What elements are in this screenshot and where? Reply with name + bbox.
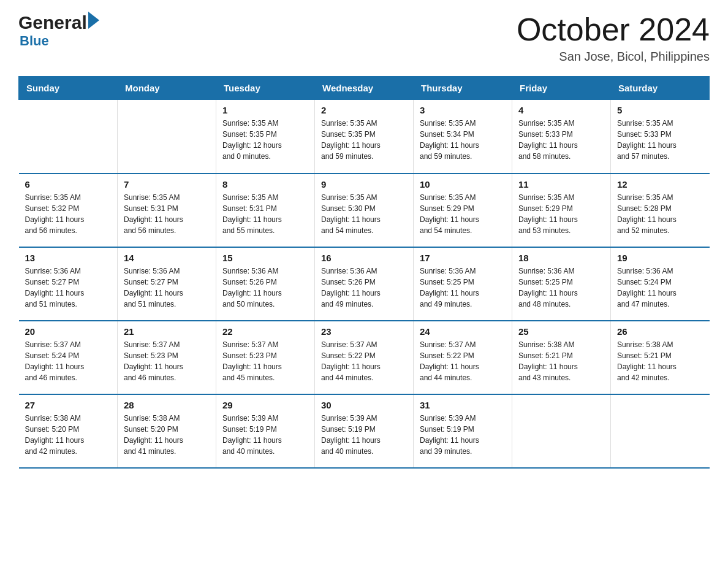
column-header-sunday: Sunday xyxy=(19,77,118,100)
calendar-cell: 27Sunrise: 5:38 AM Sunset: 5:20 PM Dayli… xyxy=(19,394,118,468)
calendar-cell: 23Sunrise: 5:37 AM Sunset: 5:22 PM Dayli… xyxy=(315,321,414,394)
location-subtitle: San Jose, Bicol, Philippines xyxy=(517,50,710,64)
day-info: Sunrise: 5:35 AM Sunset: 5:29 PM Dayligh… xyxy=(518,192,604,236)
day-number: 20 xyxy=(25,326,112,337)
day-info: Sunrise: 5:37 AM Sunset: 5:22 PM Dayligh… xyxy=(321,339,407,383)
day-number: 9 xyxy=(321,179,407,190)
calendar-cell: 13Sunrise: 5:36 AM Sunset: 5:27 PM Dayli… xyxy=(19,247,118,321)
column-header-friday: Friday xyxy=(512,77,611,100)
calendar-week-row: 13Sunrise: 5:36 AM Sunset: 5:27 PM Dayli… xyxy=(19,247,710,321)
calendar-cell: 8Sunrise: 5:35 AM Sunset: 5:31 PM Daylig… xyxy=(216,174,315,247)
day-number: 11 xyxy=(518,179,604,190)
day-info: Sunrise: 5:35 AM Sunset: 5:33 PM Dayligh… xyxy=(518,118,604,162)
calendar-cell: 31Sunrise: 5:39 AM Sunset: 5:19 PM Dayli… xyxy=(414,394,512,468)
day-number: 6 xyxy=(25,179,112,190)
day-info: Sunrise: 5:35 AM Sunset: 5:34 PM Dayligh… xyxy=(420,118,506,162)
day-info: Sunrise: 5:39 AM Sunset: 5:19 PM Dayligh… xyxy=(222,413,308,457)
day-info: Sunrise: 5:35 AM Sunset: 5:35 PM Dayligh… xyxy=(321,118,407,162)
calendar-cell: 19Sunrise: 5:36 AM Sunset: 5:24 PM Dayli… xyxy=(611,247,710,321)
day-info: Sunrise: 5:38 AM Sunset: 5:20 PM Dayligh… xyxy=(25,413,112,457)
day-info: Sunrise: 5:35 AM Sunset: 5:30 PM Dayligh… xyxy=(321,192,407,236)
calendar-cell: 11Sunrise: 5:35 AM Sunset: 5:29 PM Dayli… xyxy=(512,174,611,247)
logo: General Blue xyxy=(18,12,99,49)
column-header-wednesday: Wednesday xyxy=(315,77,414,100)
calendar-cell: 3Sunrise: 5:35 AM Sunset: 5:34 PM Daylig… xyxy=(414,100,512,174)
day-number: 18 xyxy=(518,253,604,263)
calendar-week-row: 1Sunrise: 5:35 AM Sunset: 5:35 PM Daylig… xyxy=(19,100,710,174)
day-info: Sunrise: 5:35 AM Sunset: 5:33 PM Dayligh… xyxy=(617,118,703,162)
day-number: 23 xyxy=(321,326,407,337)
calendar-cell: 22Sunrise: 5:37 AM Sunset: 5:23 PM Dayli… xyxy=(216,321,315,394)
calendar-cell: 17Sunrise: 5:36 AM Sunset: 5:25 PM Dayli… xyxy=(414,247,512,321)
day-number: 17 xyxy=(420,253,506,263)
calendar-cell: 21Sunrise: 5:37 AM Sunset: 5:23 PM Dayli… xyxy=(118,321,216,394)
day-info: Sunrise: 5:36 AM Sunset: 5:27 PM Dayligh… xyxy=(124,266,210,310)
calendar-cell: 5Sunrise: 5:35 AM Sunset: 5:33 PM Daylig… xyxy=(611,100,710,174)
day-number: 24 xyxy=(420,326,506,337)
day-number: 16 xyxy=(321,253,407,263)
calendar-cell: 7Sunrise: 5:35 AM Sunset: 5:31 PM Daylig… xyxy=(118,174,216,247)
calendar-cell: 24Sunrise: 5:37 AM Sunset: 5:22 PM Dayli… xyxy=(414,321,512,394)
day-info: Sunrise: 5:35 AM Sunset: 5:32 PM Dayligh… xyxy=(25,192,112,236)
day-info: Sunrise: 5:38 AM Sunset: 5:21 PM Dayligh… xyxy=(518,339,604,383)
calendar-header-row: SundayMondayTuesdayWednesdayThursdayFrid… xyxy=(19,77,710,100)
day-number: 13 xyxy=(25,253,112,263)
title-block: October 2024 San Jose, Bicol, Philippine… xyxy=(517,12,710,64)
calendar-cell: 10Sunrise: 5:35 AM Sunset: 5:29 PM Dayli… xyxy=(414,174,512,247)
day-info: Sunrise: 5:39 AM Sunset: 5:19 PM Dayligh… xyxy=(321,413,407,457)
day-number: 12 xyxy=(617,179,703,190)
column-header-tuesday: Tuesday xyxy=(216,77,315,100)
day-number: 4 xyxy=(518,105,604,115)
day-info: Sunrise: 5:37 AM Sunset: 5:22 PM Dayligh… xyxy=(420,339,506,383)
day-info: Sunrise: 5:36 AM Sunset: 5:24 PM Dayligh… xyxy=(617,266,703,310)
calendar-week-row: 20Sunrise: 5:37 AM Sunset: 5:24 PM Dayli… xyxy=(19,321,710,394)
day-info: Sunrise: 5:35 AM Sunset: 5:31 PM Dayligh… xyxy=(124,192,210,236)
calendar-cell xyxy=(512,394,611,468)
calendar-cell xyxy=(611,394,710,468)
calendar-cell xyxy=(19,100,118,174)
day-number: 27 xyxy=(25,400,112,410)
calendar-table: SundayMondayTuesdayWednesdayThursdayFrid… xyxy=(18,76,710,469)
logo-arrow-icon xyxy=(88,12,99,29)
calendar-cell: 28Sunrise: 5:38 AM Sunset: 5:20 PM Dayli… xyxy=(118,394,216,468)
day-number: 29 xyxy=(222,400,308,410)
logo-blue-text: Blue xyxy=(20,33,99,49)
day-info: Sunrise: 5:35 AM Sunset: 5:35 PM Dayligh… xyxy=(222,118,308,162)
calendar-cell: 30Sunrise: 5:39 AM Sunset: 5:19 PM Dayli… xyxy=(315,394,414,468)
day-info: Sunrise: 5:38 AM Sunset: 5:21 PM Dayligh… xyxy=(617,339,703,383)
calendar-cell: 6Sunrise: 5:35 AM Sunset: 5:32 PM Daylig… xyxy=(19,174,118,247)
calendar-cell: 4Sunrise: 5:35 AM Sunset: 5:33 PM Daylig… xyxy=(512,100,611,174)
page-header: General Blue October 2024 San Jose, Bico… xyxy=(18,12,710,64)
day-info: Sunrise: 5:37 AM Sunset: 5:23 PM Dayligh… xyxy=(222,339,308,383)
calendar-week-row: 6Sunrise: 5:35 AM Sunset: 5:32 PM Daylig… xyxy=(19,174,710,247)
calendar-cell: 12Sunrise: 5:35 AM Sunset: 5:28 PM Dayli… xyxy=(611,174,710,247)
calendar-cell: 26Sunrise: 5:38 AM Sunset: 5:21 PM Dayli… xyxy=(611,321,710,394)
calendar-cell: 14Sunrise: 5:36 AM Sunset: 5:27 PM Dayli… xyxy=(118,247,216,321)
logo-general-text: General xyxy=(18,12,87,33)
column-header-saturday: Saturday xyxy=(611,77,710,100)
day-number: 28 xyxy=(124,400,210,410)
day-number: 5 xyxy=(617,105,703,115)
month-year-title: October 2024 xyxy=(517,12,710,47)
calendar-cell xyxy=(118,100,216,174)
day-info: Sunrise: 5:35 AM Sunset: 5:28 PM Dayligh… xyxy=(617,192,703,236)
calendar-cell: 25Sunrise: 5:38 AM Sunset: 5:21 PM Dayli… xyxy=(512,321,611,394)
day-info: Sunrise: 5:35 AM Sunset: 5:31 PM Dayligh… xyxy=(222,192,308,236)
day-number: 26 xyxy=(617,326,703,337)
day-info: Sunrise: 5:38 AM Sunset: 5:20 PM Dayligh… xyxy=(124,413,210,457)
day-number: 10 xyxy=(420,179,506,190)
day-number: 14 xyxy=(124,253,210,263)
day-info: Sunrise: 5:36 AM Sunset: 5:25 PM Dayligh… xyxy=(420,266,506,310)
day-number: 22 xyxy=(222,326,308,337)
calendar-cell: 18Sunrise: 5:36 AM Sunset: 5:25 PM Dayli… xyxy=(512,247,611,321)
day-number: 25 xyxy=(518,326,604,337)
day-number: 31 xyxy=(420,400,506,410)
column-header-monday: Monday xyxy=(118,77,216,100)
calendar-week-row: 27Sunrise: 5:38 AM Sunset: 5:20 PM Dayli… xyxy=(19,394,710,468)
day-info: Sunrise: 5:37 AM Sunset: 5:23 PM Dayligh… xyxy=(124,339,210,383)
day-number: 2 xyxy=(321,105,407,115)
day-info: Sunrise: 5:37 AM Sunset: 5:24 PM Dayligh… xyxy=(25,339,112,383)
day-number: 15 xyxy=(222,253,308,263)
day-number: 1 xyxy=(222,105,308,115)
day-number: 21 xyxy=(124,326,210,337)
